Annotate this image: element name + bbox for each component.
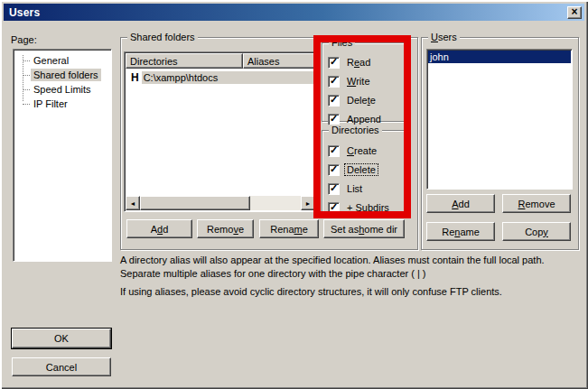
- scroll-left-icon: ◄: [130, 200, 136, 207]
- tree-item-general[interactable]: General: [23, 53, 111, 68]
- tree-connector: [23, 104, 30, 105]
- read-checkbox-label[interactable]: Read: [345, 57, 372, 68]
- cyclic-note: If using aliases, please avoid cyclic di…: [120, 285, 583, 299]
- shared-add-button[interactable]: Add: [126, 219, 192, 238]
- files-read-row[interactable]: Read: [328, 56, 372, 69]
- dirs-delete-checkbox-label[interactable]: Delete: [345, 164, 378, 175]
- page-label: Page:: [11, 34, 37, 45]
- users-listbox[interactable]: john: [426, 49, 573, 190]
- files-delete-row[interactable]: Delete: [328, 94, 378, 107]
- subdirs-checkbox-label[interactable]: + Subdirs: [345, 202, 391, 213]
- alias-note: A directory alias will also appear at th…: [120, 254, 583, 281]
- tree-item-label: IP Filter: [31, 97, 70, 110]
- list-checkbox[interactable]: [328, 183, 340, 195]
- users-rename-button[interactable]: Rename: [426, 222, 495, 241]
- tree-rail: [23, 55, 23, 101]
- shared-rename-button[interactable]: Rename: [259, 219, 319, 238]
- tree-item-speed-limits[interactable]: Speed Limits: [23, 82, 111, 97]
- create-checkbox-label[interactable]: Create: [345, 145, 378, 156]
- users-remove-button[interactable]: Remove: [502, 194, 571, 213]
- dirs-delete-row[interactable]: Delete: [328, 163, 378, 176]
- title-bar[interactable]: Users ×: [4, 4, 584, 21]
- files-write-row[interactable]: Write: [328, 75, 372, 88]
- scroll-thumb[interactable]: [140, 196, 250, 210]
- close-icon: ×: [571, 7, 577, 16]
- scroll-right-icon: ►: [305, 200, 312, 207]
- subdirs-checkbox[interactable]: [328, 202, 340, 214]
- shared-folders-group-label: Shared folders: [127, 32, 198, 42]
- ok-button[interactable]: OK: [12, 329, 111, 348]
- list-checkbox-label[interactable]: List: [345, 183, 364, 194]
- scroll-right-button[interactable]: ►: [301, 196, 315, 210]
- dirs-create-row[interactable]: Create: [328, 144, 378, 157]
- shared-remove-button[interactable]: Remove: [197, 219, 254, 238]
- write-checkbox-label[interactable]: Write: [345, 76, 372, 87]
- close-button[interactable]: ×: [567, 6, 582, 19]
- horizontal-scrollbar[interactable]: ◄ ►: [126, 196, 315, 210]
- directory-row[interactable]: H C:\xampp\htdocs: [126, 70, 315, 84]
- dirs-delete-checkbox[interactable]: [328, 164, 340, 176]
- read-checkbox[interactable]: [328, 57, 340, 69]
- tree-connector: [23, 89, 30, 90]
- cancel-button[interactable]: Cancel: [12, 357, 111, 376]
- tree-item-ip-filter[interactable]: IP Filter: [23, 97, 111, 111]
- directories-group-label: Directories: [329, 125, 382, 135]
- tree-item-label-selected: Shared folders: [31, 69, 101, 81]
- files-delete-checkbox[interactable]: [328, 95, 340, 107]
- write-checkbox[interactable]: [328, 76, 340, 88]
- directory-path: C:\xampp\htdocs: [142, 71, 315, 84]
- directories-listview: Directories Aliases H C:\xampp\htdocs ◄ …: [124, 51, 317, 212]
- dirs-list-row[interactable]: List: [328, 182, 364, 195]
- dirs-subdirs-row[interactable]: + Subdirs: [328, 201, 391, 214]
- column-header-directories[interactable]: Directories: [126, 53, 243, 69]
- create-checkbox[interactable]: [328, 145, 340, 157]
- home-flag: H: [126, 71, 142, 84]
- files-append-row[interactable]: Append: [328, 113, 383, 125]
- files-delete-checkbox-label[interactable]: Delete: [345, 95, 378, 106]
- scroll-track[interactable]: [250, 196, 301, 210]
- append-checkbox[interactable]: [328, 114, 340, 125]
- users-copy-button[interactable]: Copy: [502, 222, 571, 241]
- tree-connector: [23, 75, 30, 76]
- column-header-aliases[interactable]: Aliases: [243, 53, 315, 69]
- tree-item-label: Speed Limits: [31, 83, 94, 96]
- users-group-label: Users: [428, 32, 460, 42]
- page-tree: General Shared folders Speed Limits IP F…: [13, 49, 112, 262]
- tree-item-shared-folders[interactable]: Shared folders: [23, 68, 111, 82]
- users-add-button[interactable]: Add: [426, 194, 495, 213]
- window-title: Users: [9, 6, 567, 19]
- tree-item-label: General: [31, 54, 71, 67]
- files-group-label: Files: [329, 37, 355, 48]
- users-dialog: Users × Page: General Shared folders Spe…: [0, 0, 588, 389]
- set-as-home-dir-button[interactable]: Set as home dir: [323, 219, 405, 238]
- scroll-left-button[interactable]: ◄: [126, 196, 140, 210]
- listview-header: Directories Aliases: [126, 53, 315, 69]
- append-checkbox-label[interactable]: Append: [345, 114, 383, 125]
- tree-connector: [23, 60, 30, 61]
- user-item-john[interactable]: john: [428, 51, 571, 63]
